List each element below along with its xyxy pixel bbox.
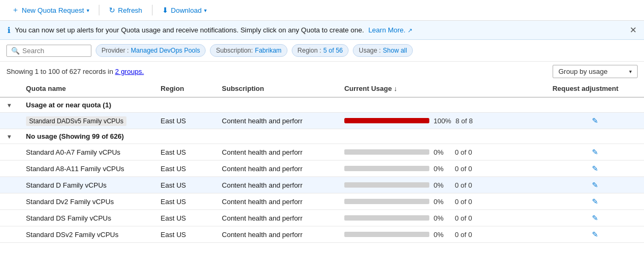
group-label: No usage (Showing 99 of 626): [20, 129, 644, 144]
toolbar: ＋ New Quota Request ▾ ↻ Refresh ⬇ Downlo…: [0, 0, 644, 21]
records-summary: Showing 1 to 100 of 627 records in 2 gro…: [6, 68, 144, 75]
group-expand-cell[interactable]: ▼: [0, 129, 20, 144]
new-quota-button[interactable]: ＋ New Quota Request ▾: [6, 3, 95, 17]
usage-cell: 0% 0 of 0: [338, 193, 546, 210]
usage-percent: 100%: [434, 117, 451, 125]
usage-count: 0 of 0: [455, 198, 472, 206]
usage-bar-track: [344, 149, 429, 155]
collapse-icon: ▼: [6, 102, 12, 108]
quota-name-cell: Standard A0-A7 Family vCPUs: [20, 144, 154, 161]
usage-bar-track: [344, 118, 429, 123]
usage-bar-fill: [344, 118, 429, 123]
provider-value: Managed DevOps Pools: [131, 47, 200, 54]
edit-icon[interactable]: ✎: [592, 164, 598, 173]
group-expand-cell[interactable]: ▼: [0, 97, 20, 113]
col-subscription-header[interactable]: Subscription: [216, 80, 338, 97]
collapse-icon: ▼: [6, 133, 12, 140]
region-cell: East US: [154, 177, 215, 193]
quota-name-cell: Standard A8-A11 Family vCPUs: [20, 161, 154, 177]
usage-cell: 0% 0 of 0: [338, 144, 546, 161]
quota-name-badge: Standard DADSv5 Family vCPUs: [26, 116, 126, 126]
edit-icon[interactable]: ✎: [592, 197, 598, 206]
group-label: Usage at or near quota (1): [20, 97, 644, 113]
download-button[interactable]: ⬇ Download ▾: [157, 4, 213, 16]
external-link-icon: ↗: [408, 27, 412, 33]
request-cell: ✎: [546, 226, 644, 243]
region-filter[interactable]: Region : 5 of 56: [292, 44, 349, 57]
info-icon: ℹ: [7, 26, 11, 35]
quota-name-cell: Standard DADSv5 Family vCPUs: [20, 113, 154, 129]
edit-icon[interactable]: ✎: [592, 230, 598, 239]
usage-value: Show all: [383, 47, 407, 54]
subscription-cell: Content health and perforr: [216, 161, 338, 177]
divider: [99, 5, 99, 15]
filter-bar: 🔍 Provider : Managed DevOps Pools Subscr…: [0, 40, 644, 62]
group-by-dropdown[interactable]: Group by usage ▾: [553, 65, 638, 78]
refresh-button[interactable]: ↻ Refresh: [104, 4, 148, 16]
table-row: Standard DS Family vCPUs East US Content…: [0, 210, 644, 226]
region-cell: East US: [154, 226, 215, 243]
search-box[interactable]: 🔍: [6, 45, 91, 57]
edit-icon[interactable]: ✎: [592, 116, 598, 125]
groups-link[interactable]: 2 groups.: [115, 68, 144, 75]
region-cell: East US: [154, 193, 215, 210]
col-region-header[interactable]: Region: [154, 80, 215, 97]
usage-cell: 0% 0 of 0: [338, 161, 546, 177]
close-icon[interactable]: ✕: [630, 25, 637, 35]
edit-icon[interactable]: ✎: [592, 181, 598, 189]
records-info: Showing 1 to 100 of 627 records in 2 gro…: [0, 62, 644, 80]
col-quota-header[interactable]: Quota name: [20, 80, 154, 97]
request-cell: ✎: [546, 113, 644, 129]
usage-cell: 0% 0 of 0: [338, 210, 546, 226]
request-cell: ✎: [546, 210, 644, 226]
subscription-label: Subscription:: [216, 47, 252, 54]
usage-percent: 0%: [434, 148, 451, 156]
region-cell: East US: [154, 161, 215, 177]
col-request-header: Request adjustment: [546, 80, 644, 97]
request-cell: ✎: [546, 193, 644, 210]
search-icon: 🔍: [11, 47, 20, 55]
usage-count: 8 of 8: [455, 117, 473, 125]
subscription-value: Fabrikam: [255, 47, 282, 54]
usage-count: 0 of 0: [455, 165, 472, 173]
usage-bar-track: [344, 232, 429, 237]
request-cell: ✎: [546, 177, 644, 193]
table-header-row: Quota name Region Subscription Current U…: [0, 80, 644, 97]
usage-filter[interactable]: Usage : Show all: [353, 44, 413, 57]
usage-label: Usage :: [359, 47, 380, 54]
subscription-cell: Content health and perforr: [216, 193, 338, 210]
table-row: Standard DADSv5 Family vCPUs East US Con…: [0, 113, 644, 129]
refresh-icon: ↻: [109, 6, 115, 14]
edit-icon[interactable]: ✎: [592, 148, 598, 156]
usage-percent: 0%: [434, 165, 451, 173]
learn-more-link[interactable]: Learn More. ↗: [368, 26, 412, 34]
subscription-cell: Content health and perforr: [216, 177, 338, 193]
usage-count: 0 of 0: [455, 148, 472, 156]
provider-label: Provider :: [101, 47, 129, 54]
region-cell: East US: [154, 113, 215, 129]
table-row: Standard A8-A11 Family vCPUs East US Con…: [0, 161, 644, 177]
expand-cell: [0, 177, 20, 193]
quota-name-cell: Standard DSv2 Family vCPUs: [20, 226, 154, 243]
region-cell: East US: [154, 144, 215, 161]
table-row: Standard DSv2 Family vCPUs East US Conte…: [0, 226, 644, 243]
usage-bar-track: [344, 199, 429, 204]
provider-filter[interactable]: Provider : Managed DevOps Pools: [96, 44, 206, 57]
edit-icon[interactable]: ✎: [592, 214, 598, 222]
expand-cell: [0, 161, 20, 177]
chevron-down-icon: ▾: [629, 69, 632, 74]
col-expand-header: [0, 80, 20, 97]
expand-cell: [0, 210, 20, 226]
dropdown-arrow2-icon: ▾: [204, 7, 207, 13]
quota-name-cell: Standard Dv2 Family vCPUs: [20, 193, 154, 210]
alert-message: You can now set up alerts for your Quota…: [15, 26, 364, 34]
usage-percent: 0%: [434, 198, 451, 206]
col-usage-header[interactable]: Current Usage ↓: [338, 80, 546, 97]
table-row: Standard Dv2 Family vCPUs East US Conten…: [0, 193, 644, 210]
subscription-filter[interactable]: Subscription: Fabrikam: [210, 44, 287, 57]
quota-name-cell: Standard DS Family vCPUs: [20, 210, 154, 226]
usage-percent: 0%: [434, 181, 451, 189]
search-input[interactable]: [22, 47, 86, 55]
usage-count: 0 of 0: [455, 214, 472, 222]
table-row: Standard A0-A7 Family vCPUs East US Cont…: [0, 144, 644, 161]
